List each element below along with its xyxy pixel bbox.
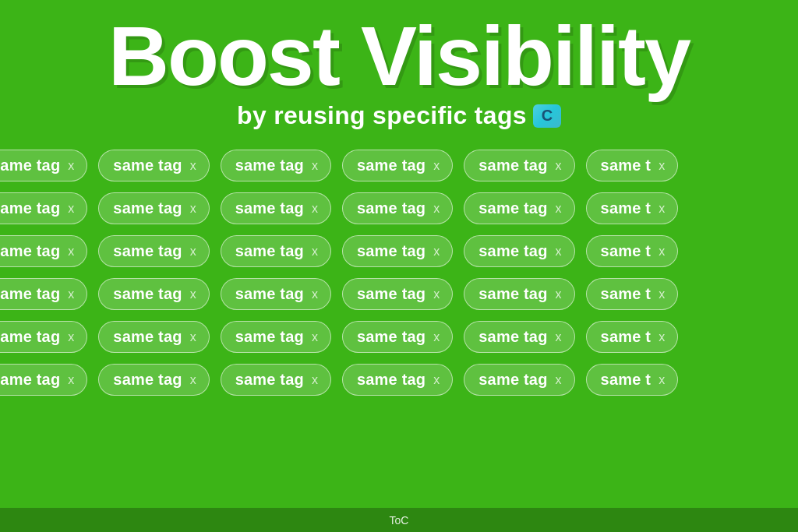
tag-close-icon[interactable]: x (433, 160, 440, 172)
list-item[interactable]: same tag x (98, 235, 209, 267)
list-item[interactable]: same tag x (221, 150, 331, 181)
tag-close-icon[interactable]: x (312, 331, 318, 344)
tag-close-icon[interactable]: x (433, 203, 440, 215)
list-item[interactable]: same tag x (0, 235, 87, 267)
tag-close-icon[interactable]: x (556, 331, 562, 344)
list-item[interactable]: same tag x (342, 321, 453, 353)
tag-close-icon[interactable]: x (433, 374, 440, 386)
tag-label: same tag (113, 242, 182, 260)
tag-close-icon[interactable]: x (433, 288, 440, 301)
tag-close-icon[interactable]: x (556, 160, 562, 172)
tag-label: same tag (478, 199, 547, 217)
tags-row-4: same tag x same tag x same tag x same ta… (0, 273, 798, 315)
tag-close-icon[interactable]: x (312, 245, 318, 258)
tag-label: same tag (113, 285, 182, 303)
list-item[interactable]: same t x (586, 321, 679, 353)
tag-close-icon[interactable]: x (312, 374, 318, 386)
list-item[interactable]: same tag x (98, 321, 209, 353)
tag-close-icon[interactable]: x (556, 203, 562, 215)
list-item[interactable]: same tag x (464, 235, 574, 267)
list-item[interactable]: same tag x (0, 150, 87, 181)
list-item[interactable]: same tag x (98, 192, 209, 224)
header-section: Boost Visibility by reusing specific tag… (0, 0, 798, 138)
list-item[interactable]: same t x (586, 150, 679, 181)
tag-label: same tag (357, 242, 425, 260)
list-item[interactable]: same tag x (0, 278, 87, 310)
tag-close-icon[interactable]: x (433, 245, 440, 258)
tag-label: same tag (478, 328, 547, 346)
tag-close-icon[interactable]: x (68, 288, 74, 301)
tag-close-icon[interactable]: x (190, 245, 196, 258)
subtitle-text: by reusing specific tags (237, 101, 527, 130)
tag-label: same tag (113, 157, 182, 174)
tag-label: same tag (235, 199, 304, 217)
list-item[interactable]: same tag x (221, 235, 331, 267)
list-item[interactable]: same tag x (0, 321, 87, 353)
tag-label: same tag (235, 157, 304, 174)
tag-label: same tag (357, 371, 425, 389)
list-item[interactable]: same tag x (98, 278, 209, 310)
tag-close-icon[interactable]: x (312, 160, 318, 172)
tag-close-icon[interactable]: x (68, 160, 74, 172)
list-item[interactable]: same tag x (464, 364, 574, 396)
tag-close-icon[interactable]: x (312, 203, 318, 215)
tag-label: same tag (0, 157, 60, 174)
list-item[interactable]: same t x (586, 235, 679, 267)
tag-close-icon[interactable]: x (190, 331, 196, 344)
list-item[interactable]: same tag x (342, 150, 453, 181)
tag-label: same tag (357, 157, 425, 174)
list-item[interactable]: same tag x (221, 364, 331, 396)
list-item[interactable]: same tag x (0, 192, 87, 224)
tag-close-icon[interactable]: x (190, 288, 196, 301)
tag-label: same tag (478, 242, 547, 260)
list-item[interactable]: same tag x (0, 364, 87, 396)
list-item[interactable]: same t x (586, 278, 679, 310)
list-item[interactable]: same tag x (342, 278, 453, 310)
tag-label: same tag (478, 371, 547, 389)
tag-close-icon[interactable]: x (68, 203, 74, 215)
tag-close-icon[interactable]: x (312, 288, 318, 301)
list-item[interactable]: same t x (586, 364, 679, 396)
tag-close-icon[interactable]: x (190, 374, 196, 386)
list-item[interactable]: same tag x (464, 321, 574, 353)
tag-close-icon[interactable]: x (659, 374, 665, 386)
tag-close-icon[interactable]: x (433, 331, 440, 344)
tag-close-icon[interactable]: x (659, 245, 665, 258)
tag-label: same tag (0, 285, 60, 303)
list-item[interactable]: same tag x (98, 150, 209, 181)
list-item[interactable]: same tag x (464, 278, 574, 310)
tag-label: same tag (235, 371, 304, 389)
list-item[interactable]: same tag x (221, 321, 331, 353)
list-item[interactable]: same tag x (464, 150, 574, 181)
tag-label: same tag (235, 328, 304, 346)
tag-close-icon[interactable]: x (659, 203, 665, 215)
list-item[interactable]: same tag x (342, 192, 453, 224)
tag-label: same tag (357, 199, 425, 217)
tags-row-5: same tag x same tag x same tag x same ta… (0, 315, 798, 358)
tag-close-icon[interactable]: x (68, 245, 74, 258)
list-item[interactable]: same tag x (464, 192, 574, 224)
tag-label: same tag (0, 371, 60, 389)
tag-label: same tag (113, 328, 182, 346)
tag-close-icon[interactable]: x (556, 288, 562, 301)
tag-close-icon[interactable]: x (68, 331, 74, 344)
tag-label: same tag (0, 199, 60, 217)
tag-label: same t (601, 328, 651, 346)
tag-close-icon[interactable]: x (190, 203, 196, 215)
tag-close-icon[interactable]: x (190, 160, 196, 172)
tag-close-icon[interactable]: x (556, 245, 562, 258)
tag-label: same tag (478, 285, 547, 303)
tag-close-icon[interactable]: x (659, 160, 665, 172)
list-item[interactable]: same tag x (342, 364, 453, 396)
tag-label: same t (601, 242, 651, 260)
list-item[interactable]: same tag x (221, 192, 331, 224)
tag-close-icon[interactable]: x (659, 288, 665, 301)
tags-row-6: same tag x same tag x same tag x same ta… (0, 358, 798, 401)
tag-close-icon[interactable]: x (68, 374, 74, 386)
list-item[interactable]: same t x (586, 192, 679, 224)
list-item[interactable]: same tag x (342, 235, 453, 267)
tag-close-icon[interactable]: x (556, 374, 562, 386)
list-item[interactable]: same tag x (98, 364, 209, 396)
list-item[interactable]: same tag x (221, 278, 331, 310)
tag-close-icon[interactable]: x (659, 331, 665, 344)
